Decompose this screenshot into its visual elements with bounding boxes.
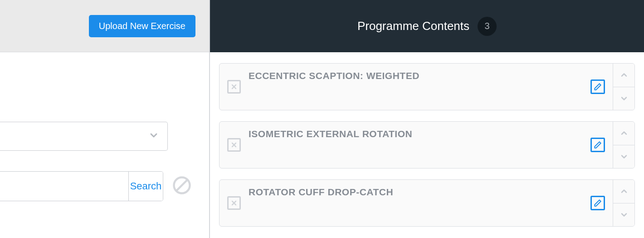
edit-button[interactable] — [590, 79, 605, 94]
exercise-name: ECCENTRIC SCAPTION: WEIGHTED — [249, 70, 583, 81]
search-button[interactable]: Search — [128, 172, 163, 201]
move-down-button[interactable] — [613, 87, 634, 110]
page-title: Programme Contents — [357, 19, 469, 33]
move-down-button[interactable] — [613, 145, 634, 169]
exercise-card: ROTATOR CUFF DROP-CATCH — [219, 179, 635, 227]
edit-button[interactable] — [590, 138, 605, 152]
chevron-down-icon — [148, 130, 159, 143]
upload-new-exercise-button[interactable]: Upload New Exercise — [89, 15, 195, 37]
exercise-list: ECCENTRIC SCAPTION: WEIGHTED — [210, 52, 644, 238]
exercise-name: ROTATOR CUFF DROP-CATCH — [249, 187, 583, 198]
right-panel: Programme Contents 3 ECCENTRIC SCAPTION:… — [210, 0, 644, 238]
move-up-button[interactable] — [613, 64, 634, 87]
programme-count-badge: 3 — [478, 17, 497, 36]
svg-line-1 — [176, 180, 188, 191]
exercise-card: ISOMETRIC EXTERNAL ROTATION — [219, 121, 635, 169]
remove-button[interactable] — [227, 80, 241, 94]
remove-button[interactable] — [227, 196, 241, 210]
remove-button[interactable] — [227, 138, 241, 152]
category-select[interactable] — [0, 122, 168, 151]
exercise-name: ISOMETRIC EXTERNAL ROTATION — [249, 129, 583, 139]
left-panel: Upload New Exercise Search — [0, 0, 210, 238]
search-group: Search — [0, 171, 163, 201]
edit-button[interactable] — [590, 196, 605, 210]
left-toolbar: Upload New Exercise — [0, 0, 209, 52]
clear-search-icon[interactable] — [172, 176, 191, 197]
programme-header: Programme Contents 3 — [210, 0, 644, 52]
search-input[interactable] — [0, 172, 128, 201]
move-down-button[interactable] — [613, 203, 634, 227]
exercise-card: ECCENTRIC SCAPTION: WEIGHTED — [219, 63, 635, 110]
move-up-button[interactable] — [613, 122, 634, 145]
move-up-button[interactable] — [613, 180, 634, 203]
